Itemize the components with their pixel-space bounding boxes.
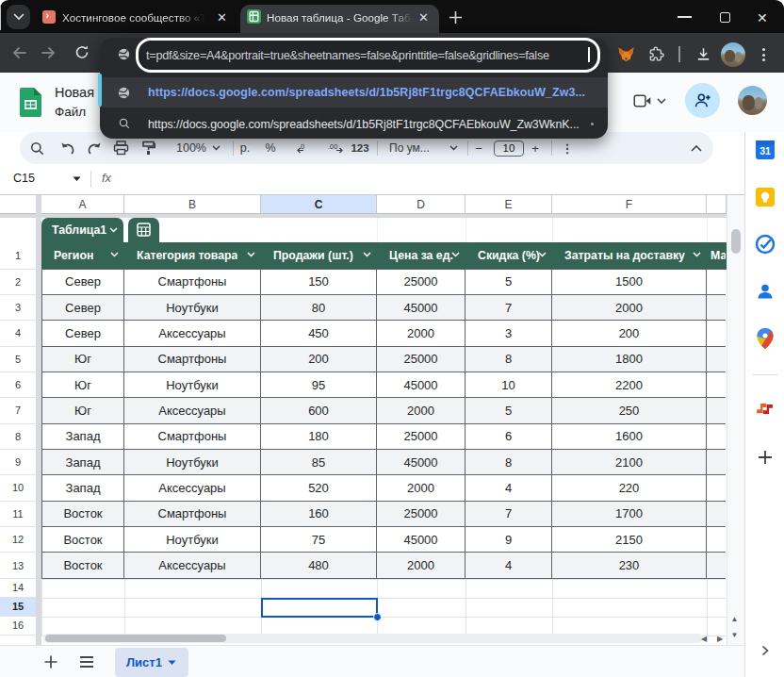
svg-text:31: 31 xyxy=(760,145,771,157)
svg-text:.0: .0 xyxy=(299,142,304,151)
svg-text:.00: .00 xyxy=(328,142,337,151)
